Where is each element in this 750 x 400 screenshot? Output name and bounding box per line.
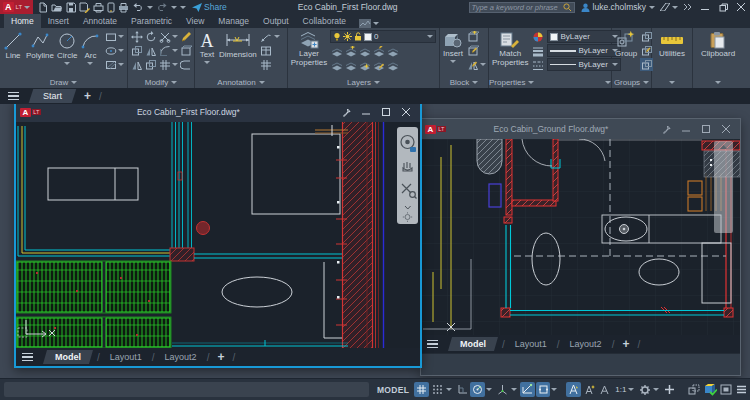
object-snap-tracking-toggle[interactable] bbox=[520, 382, 535, 397]
layer-tool-icon[interactable] bbox=[372, 59, 385, 72]
rotate-tool-icon[interactable] bbox=[144, 30, 157, 43]
dimension-button[interactable]: Dimension bbox=[219, 30, 257, 60]
annotation-scale-value[interactable]: 1:1 bbox=[615, 385, 626, 394]
object-color-dropdown[interactable]: ByLayer bbox=[547, 30, 620, 43]
user-account-button[interactable]: luke.cholmsky bbox=[581, 2, 655, 12]
layout2-tab[interactable]: Layout2 bbox=[155, 350, 207, 364]
customize-statusbar-menu[interactable] bbox=[734, 382, 749, 397]
rectangle-dropdown-icon[interactable] bbox=[118, 35, 124, 38]
fillet-tool-icon[interactable] bbox=[158, 44, 171, 57]
undo-icon[interactable] bbox=[132, 2, 144, 12]
print-icon[interactable] bbox=[118, 2, 129, 13]
object-snap-dropdown-icon[interactable] bbox=[551, 388, 557, 391]
modify-panel-footer[interactable]: Modify bbox=[128, 76, 194, 88]
hatch-tool-icon[interactable] bbox=[104, 58, 117, 71]
user-dropdown-icon[interactable] bbox=[649, 6, 655, 9]
ellipse-tool-icon[interactable] bbox=[104, 44, 117, 57]
layer-tool-icon[interactable] bbox=[330, 59, 343, 72]
undo-dropdown-icon[interactable] bbox=[147, 6, 153, 9]
annotation-scale-button[interactable] bbox=[597, 382, 612, 397]
layer-properties-button[interactable]: Layer Properties bbox=[291, 30, 327, 67]
line-button[interactable]: Line bbox=[3, 30, 23, 61]
layer-tool-icon[interactable] bbox=[372, 45, 385, 58]
annotation-visibility-toggle[interactable] bbox=[566, 382, 581, 397]
tab-manage[interactable]: Manage bbox=[211, 14, 256, 28]
ortho-mode-toggle[interactable] bbox=[455, 382, 470, 397]
arc-dropdown-icon[interactable] bbox=[87, 62, 93, 65]
polar-tracking-toggle[interactable] bbox=[470, 382, 485, 397]
layer-tool-icon[interactable] bbox=[330, 45, 343, 58]
tab-output[interactable]: Output bbox=[256, 14, 296, 28]
isometric-dropdown-icon[interactable] bbox=[511, 388, 517, 391]
layout-tabs-menu-icon[interactable] bbox=[427, 340, 438, 349]
anchor-window-button[interactable] bbox=[656, 121, 676, 137]
insert-dropdown-icon[interactable] bbox=[450, 60, 456, 63]
tab-view[interactable]: View bbox=[179, 14, 211, 28]
model-tab[interactable]: Model bbox=[448, 337, 498, 351]
tab-annotate[interactable]: Annotate bbox=[76, 14, 124, 28]
new-layout-button[interactable]: + bbox=[614, 337, 637, 351]
share-button[interactable]: Share bbox=[192, 2, 227, 12]
redo-icon[interactable] bbox=[156, 2, 168, 12]
edit-block-tool-icon[interactable] bbox=[466, 44, 479, 57]
table-tool-icon[interactable] bbox=[260, 44, 273, 57]
mobile-share-icon[interactable] bbox=[107, 2, 115, 13]
polar-dropdown-icon[interactable] bbox=[486, 388, 492, 391]
array-dropdown-icon[interactable] bbox=[172, 63, 178, 66]
application-menu-button[interactable]: A LT bbox=[0, 0, 33, 14]
insert-button[interactable]: Insert bbox=[443, 30, 463, 63]
window-title-bar[interactable]: ALT Eco Cabin_First Floor.dwg* bbox=[16, 102, 420, 122]
scale-dropdown-icon[interactable] bbox=[628, 388, 634, 391]
search-icon[interactable] bbox=[563, 3, 572, 12]
utilities-panel-footer[interactable] bbox=[652, 76, 692, 88]
trim-tool-icon[interactable] bbox=[158, 30, 171, 43]
layout1-tab[interactable]: Layout1 bbox=[100, 350, 152, 364]
block-dropdown-icon[interactable] bbox=[480, 63, 486, 66]
window-first-floor[interactable]: ALT Eco Cabin_First Floor.dwg* bbox=[14, 100, 422, 368]
annotation-panel-footer[interactable]: Annotation bbox=[195, 76, 287, 88]
layout2-tab[interactable]: Layout2 bbox=[560, 337, 612, 351]
save-icon[interactable] bbox=[66, 2, 76, 13]
group-button[interactable]: Group bbox=[615, 30, 637, 59]
arc-button[interactable]: Arc bbox=[80, 30, 100, 65]
tab-insert[interactable]: Insert bbox=[41, 14, 76, 28]
anchor-window-button[interactable] bbox=[336, 104, 356, 120]
maximize-window-button[interactable] bbox=[696, 121, 716, 137]
customize-qat-icon[interactable] bbox=[180, 6, 186, 9]
clipboard-panel-footer[interactable] bbox=[693, 76, 743, 88]
match-properties-button[interactable]: Match Properties bbox=[492, 30, 528, 67]
block-panel-footer[interactable]: Block bbox=[440, 76, 488, 88]
properties-panel-footer[interactable]: Properties bbox=[489, 76, 611, 88]
isometric-drafting-toggle[interactable] bbox=[495, 382, 510, 397]
lineweight-dropdown[interactable]: ByLayer bbox=[547, 44, 620, 57]
groups-panel-footer[interactable]: Groups bbox=[612, 76, 651, 88]
mirror-tool-icon[interactable] bbox=[144, 44, 157, 57]
block-attributes-tool-icon[interactable] bbox=[466, 58, 479, 71]
file-tabs-menu-icon[interactable] bbox=[8, 92, 19, 101]
ellipse-dropdown-icon[interactable] bbox=[118, 49, 124, 52]
layer-tool-icon[interactable] bbox=[358, 59, 371, 72]
properties-launcher-icon[interactable] bbox=[605, 81, 611, 84]
maximize-window-button[interactable] bbox=[376, 104, 396, 120]
close-button[interactable] bbox=[732, 0, 750, 14]
object-snap-toggle[interactable] bbox=[536, 382, 551, 397]
tab-collaborate[interactable]: Collaborate bbox=[296, 14, 353, 28]
collapse-chevrons-icon[interactable] bbox=[683, 3, 692, 11]
annotation-autoscale-toggle[interactable] bbox=[582, 382, 597, 397]
scale-tool-icon[interactable] bbox=[144, 58, 157, 71]
offset-tool-icon[interactable] bbox=[179, 58, 192, 71]
drawing-canvas-first-floor[interactable] bbox=[16, 122, 420, 348]
new-layout-button[interactable]: + bbox=[209, 350, 232, 364]
layer-tool-icon[interactable] bbox=[386, 45, 399, 58]
text-button[interactable]: A Text bbox=[198, 30, 216, 64]
layout1-tab[interactable]: Layout1 bbox=[505, 337, 557, 351]
fillet-dropdown-icon[interactable] bbox=[172, 49, 178, 52]
graphics-performance-button[interactable] bbox=[703, 382, 718, 397]
create-block-tool-icon[interactable] bbox=[466, 30, 479, 43]
grid-display-toggle[interactable] bbox=[414, 382, 429, 397]
settings-gear-button[interactable] bbox=[637, 382, 652, 397]
move-tool-icon[interactable] bbox=[130, 30, 143, 43]
polyline-button[interactable]: Polyline bbox=[26, 30, 54, 61]
close-window-button[interactable] bbox=[716, 121, 736, 137]
model-tab[interactable]: Model bbox=[43, 350, 93, 364]
